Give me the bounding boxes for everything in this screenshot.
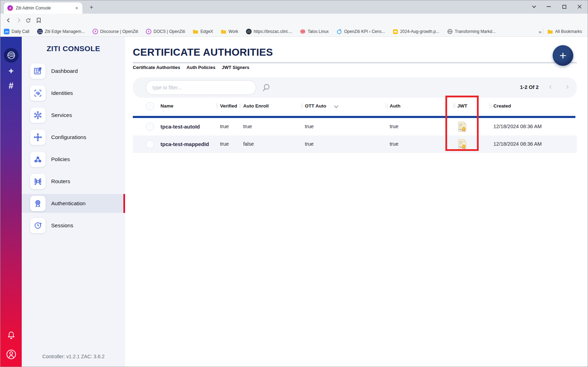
bookmark-work-folder[interactable]: Work (221, 29, 238, 34)
tab-close-icon[interactable]: × (74, 5, 80, 11)
pagination-label: 1-2 Of 2 (520, 84, 539, 90)
table-row[interactable]: tpca-test-autoId true true true true 12/… (133, 118, 577, 136)
tab-jwt-signers[interactable]: JWT Signers (222, 65, 249, 70)
bookmark-openziti-kpi[interactable]: OpenZiti KPI › Cens... (336, 29, 385, 34)
bookmark-daily-call[interactable]: zm Daily Call (4, 29, 29, 34)
rail-add-icon[interactable]: + (0, 66, 22, 76)
add-certificate-authority-button[interactable]: + (553, 45, 573, 66)
auth-value: true (390, 141, 398, 147)
window-maximize-button[interactable] (558, 2, 570, 12)
tab-strip: Ziti Admin Console × + (0, 0, 588, 14)
sidebar-item-policies[interactable]: Policies (22, 150, 125, 169)
dark-globe-icon (246, 29, 252, 34)
bookmark-flag-icon[interactable] (34, 16, 43, 25)
page-title: CERTIFICATE AUTHORITIES (133, 47, 273, 58)
search-icon[interactable] (262, 83, 271, 92)
bookmark-talos-linux[interactable]: Talos Linux (300, 29, 329, 34)
created-value: 12/18/2024 08:36 AM (493, 124, 542, 129)
openziti-bolt-icon (146, 29, 151, 34)
bookmark-ziti-edge[interactable]: Ziti Edge Managem... (37, 29, 85, 34)
tab-search-chevron-icon[interactable] (528, 2, 540, 12)
auth-value: true (390, 124, 398, 129)
notifications-bell-icon[interactable] (0, 331, 22, 340)
services-network-icon (30, 108, 46, 123)
side-rail: + # (0, 37, 22, 367)
pagination-prev-icon[interactable]: ‹ (549, 82, 552, 91)
ca-name[interactable]: tpca-test-mappedId (160, 141, 209, 147)
version-footer: Controller: v1.2.1 ZAC: 3.6.2 (22, 354, 125, 359)
column-header-name[interactable]: Name (160, 103, 173, 109)
sort-chevron-icon[interactable] (334, 104, 339, 108)
slides-icon (393, 29, 398, 34)
policies-gears-icon (30, 152, 46, 167)
routers-icon (30, 174, 46, 189)
dashboard-icon (30, 63, 46, 79)
sidebar-item-identities[interactable]: Identities (22, 84, 125, 103)
browser-tab[interactable]: Ziti Admin Console × (4, 2, 82, 14)
auto-enroll-value: true (243, 124, 252, 129)
bookmarks-bar: zm Daily Call Ziti Edge Managem... Disco… (0, 27, 588, 37)
openziti-ring-icon (336, 29, 342, 34)
table-row[interactable]: tpca-test-mappedId true false true true … (133, 136, 577, 153)
sidebar-item-sessions[interactable]: Sessions (22, 216, 125, 235)
bookmark-2024-aug-growth[interactable]: 2024-Aug-growth.p... (393, 29, 439, 34)
all-bookmarks-button[interactable]: All Bookmarks (547, 29, 582, 34)
rail-hash-icon[interactable]: # (0, 81, 22, 91)
browser-window: Ziti Admin Console × + (0, 0, 588, 367)
row-checkbox[interactable] (146, 123, 154, 131)
bookmarks-divider (543, 28, 543, 35)
table-header: Name Verified Auto Enroll OTT Auto Auth … (133, 100, 577, 114)
identities-fingerprint-icon (30, 85, 46, 101)
column-header-jwt[interactable]: JWT (457, 103, 467, 109)
folder-icon (547, 29, 553, 34)
globe-icon (447, 29, 453, 34)
section-tabs: Certificate Authorities Auth Policies JW… (133, 65, 249, 70)
forward-icon[interactable] (14, 16, 23, 25)
reload-icon[interactable] (23, 16, 33, 25)
bookmark-brozac[interactable]: https://brozac.clint.... (246, 29, 292, 34)
select-all-checkbox[interactable] (146, 102, 154, 110)
sessions-clock-icon (30, 218, 46, 233)
bookmark-docs-openziti[interactable]: DOCS | OpenZiti (146, 29, 185, 34)
sidebar-item-dashboard[interactable]: Dashboard (22, 62, 125, 81)
ott-auto-value: true (305, 141, 314, 147)
ziti-logo-icon[interactable] (0, 48, 22, 63)
back-icon[interactable] (4, 16, 13, 25)
column-header-verified[interactable]: Verified (220, 103, 237, 109)
sidebar-item-services[interactable]: Services (22, 106, 125, 125)
tab-auth-policies[interactable]: Auth Policies (186, 65, 215, 70)
filter-input[interactable] (146, 80, 256, 95)
ziti-globe-icon (37, 29, 43, 34)
column-header-auto-enroll[interactable]: Auto Enroll (243, 103, 269, 109)
configurations-icon (30, 130, 46, 145)
console-title: ZITI CONSOLE (22, 44, 125, 53)
row-checkbox[interactable] (146, 140, 154, 148)
bookmarks-overflow-icon[interactable]: » (539, 29, 541, 35)
ott-auto-value: true (305, 124, 314, 129)
bookmark-edgex-folder[interactable]: EdgeX (193, 29, 213, 34)
column-header-auth[interactable]: Auth (390, 103, 401, 109)
jwt-certificate-icon[interactable] (458, 122, 467, 132)
zac-app: + # ZITI CONSOLE Dashboard Id (0, 37, 588, 367)
window-close-button[interactable] (574, 2, 586, 12)
sidebar-item-configurations[interactable]: Configurations (22, 128, 125, 147)
jwt-certificate-icon[interactable] (458, 139, 467, 150)
created-value: 12/18/2024 08:36 AM (493, 141, 542, 147)
bookmark-discourse-openziti[interactable]: Discourse | OpenZiti (93, 29, 138, 34)
tab-certificate-authorities[interactable]: Certificate Authorities (133, 65, 180, 70)
ca-name[interactable]: tpca-test-autoId (160, 124, 200, 130)
column-header-ott-auto[interactable]: OTT Auto (305, 103, 326, 109)
new-tab-button[interactable]: + (87, 3, 96, 12)
zoom-app-icon: zm (4, 29, 9, 34)
sidebar-item-routers[interactable]: Routers (22, 172, 125, 191)
sidebar-item-authentication[interactable]: Authentication (22, 194, 125, 213)
svg-text:zm: zm (5, 30, 8, 33)
talos-icon (300, 29, 306, 34)
tab-title: Ziti Admin Console (16, 6, 74, 11)
column-header-created[interactable]: Created (493, 103, 511, 109)
account-profile-icon[interactable] (0, 349, 22, 360)
window-minimize-button[interactable] (543, 2, 555, 12)
bookmark-transforming-markdown[interactable]: Transforming Markd... (447, 29, 496, 34)
pagination-next-icon[interactable]: › (566, 82, 569, 91)
sidebar: ZITI CONSOLE Dashboard Identities Servic… (22, 37, 125, 367)
